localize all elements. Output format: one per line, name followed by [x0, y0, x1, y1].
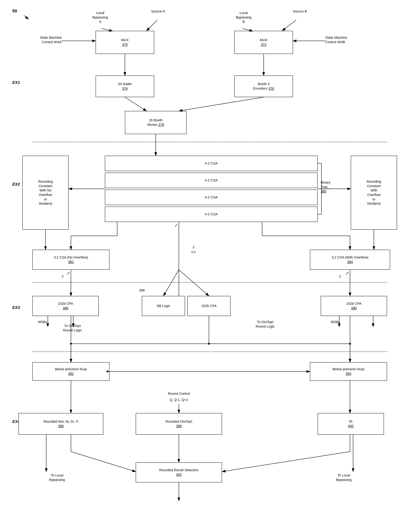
box-cpa-mid: 152b CPA — [187, 296, 230, 316]
separator-1 — [32, 142, 387, 142]
label-binary-tree: BinaryTree380 — [321, 180, 345, 194]
separator-2 — [32, 282, 387, 282]
label-qqm1qp1: Q, Q-1, Q+1 — [150, 398, 208, 402]
box-sb-logic: SB Logic — [142, 296, 185, 316]
label-to-div-sqrt1: To Div/SqrtRound Logic — [51, 324, 94, 332]
svg-point-50 — [349, 343, 351, 345]
booth378-label: 26 BoothMuxes 378 — [147, 118, 164, 127]
label-to-div-sqrt2: To Div/SqrtRound Logic — [244, 320, 287, 329]
mux372-label: MUX372 — [260, 38, 268, 47]
csa2-label: 4-2 CSA — [205, 178, 218, 183]
label-local-bypassing-b: LocalBypassingB — [230, 11, 257, 24]
section-ex2: EX2 — [12, 182, 20, 187]
box-fixup394: Below precision fixup394 — [310, 362, 387, 381]
svg-line-34 — [179, 270, 209, 296]
box-csa-1: 4-2 CSA — [105, 156, 318, 171]
box-booth376: Booth 3Encoders 376 — [234, 75, 293, 97]
result402-label: Rounded Result Selection402 — [159, 468, 198, 477]
svg-line-60 — [222, 452, 350, 472]
label-local-bypassing-a: LocalBypassingA — [86, 11, 114, 24]
ri400-label: Ri400 — [348, 419, 354, 428]
svg-text:2: 2 — [62, 274, 63, 278]
svg-line-29 — [67, 272, 69, 274]
rounded398-label: Rounded Div/Sqrt398 — [165, 419, 192, 428]
box-mux372: MUX372 — [234, 31, 293, 54]
box-rounded398: Rounded Div/Sqrt398 — [136, 413, 222, 435]
svg-line-2 — [24, 15, 29, 19]
box-adder374: 3X Adder374 — [96, 75, 154, 97]
rounding-overflow-label: RoundingConstantWithOverfloworDividend — [367, 179, 381, 206]
box-cpa390: 152b CPA390 — [321, 296, 387, 316]
fixup394-label: Below precision fixup394 — [332, 367, 364, 376]
svg-text:2: 2 — [339, 274, 341, 278]
cpa386-label: 152b CPA386 — [58, 301, 73, 310]
box-booth378: 26 BoothMuxes 378 — [125, 111, 187, 134]
svg-point-48 — [208, 343, 210, 345]
sb-logic-label: SB Logic — [157, 304, 170, 308]
section-ex1: EX1 — [12, 80, 20, 85]
csa3-label: 4-2 CSA — [205, 195, 218, 200]
rounded396-label: Rounded Mul, Ni, Di, Ti396 — [44, 419, 78, 428]
section-ex3: EX3 — [12, 305, 20, 310]
label-to-local-bypassing-2: To LocalBypassing — [322, 473, 365, 482]
booth376-label: Booth 3Encoders 376 — [253, 82, 274, 91]
mux370-label: MUX370 — [121, 38, 129, 47]
figure-number: 50 — [12, 8, 17, 14]
box-mux370: MUX370 — [96, 31, 154, 54]
label-state-machine-b: State MachineControl 404B — [325, 35, 369, 44]
box-rounding-no-overflow: RoundingConstantWith NoOverfloworDividen… — [22, 156, 69, 230]
svg-line-57 — [71, 452, 136, 472]
cpa-mid-label: 152b CPA — [201, 304, 217, 308]
label-state-machine-a: State MachineControl 404A — [22, 35, 62, 44]
csa4-label: 4-2 CSA — [205, 212, 218, 217]
fixup392-label: Below precision fixup392 — [55, 367, 87, 376]
csa384-label: 3,2 CSA (With Overflow)384 — [332, 255, 368, 264]
svg-line-36 — [346, 272, 348, 274]
box-rounding-overflow: RoundingConstantWithOverfloworDividend — [351, 156, 397, 230]
label-source-b: Source B — [288, 9, 312, 14]
csa382-label: 3,2 CSA (No Overflow)382 — [54, 255, 88, 264]
svg-line-7 — [282, 20, 296, 31]
svg-line-24 — [175, 224, 177, 227]
label-2sc: 2s,c — [181, 245, 206, 254]
box-csa-4: 4-2 CSA — [105, 206, 318, 222]
box-csa-3: 4-2 CSA — [105, 190, 318, 205]
rounding-no-overflow-label: RoundingConstantWith NoOverfloworDividen… — [38, 179, 53, 206]
label-msbs1: MSBs — [31, 320, 54, 324]
adder374-label: 3X Adder374 — [118, 82, 132, 91]
svg-line-12 — [179, 97, 264, 111]
label-to-local-bypassing-1: To LocalBypassing — [35, 473, 79, 482]
label-source-a: Source A — [147, 9, 170, 14]
label-388: 388 — [136, 288, 148, 293]
box-cpa386: 152b CPA386 — [32, 296, 99, 316]
svg-line-11 — [125, 97, 147, 111]
svg-line-4 — [147, 20, 157, 31]
separator-3 — [32, 352, 387, 352]
label-msbs2: MSBs — [324, 320, 347, 324]
csa1-label: 4-2 CSA — [205, 161, 218, 166]
svg-line-32 — [164, 270, 179, 296]
cpa390-label: 152b CPA390 — [346, 301, 361, 310]
box-csa-2: 4-2 CSA — [105, 173, 318, 188]
box-csa382: 3,2 CSA (No Overflow)382 — [32, 250, 109, 270]
diagram: 50 LocalBypassingA Source A LocalBypassi… — [0, 0, 420, 531]
svg-point-49 — [70, 343, 72, 345]
box-csa384: 3,2 CSA (With Overflow)384 — [310, 250, 390, 270]
box-ri400: Ri400 — [318, 413, 384, 435]
box-fixup392: Below precision fixup392 — [32, 362, 109, 381]
label-round-control: Round Control — [151, 392, 207, 396]
box-rounded396: Rounded Mul, Ni, Di, Ti396 — [18, 413, 103, 435]
box-result402: Rounded Result Selection402 — [136, 462, 222, 482]
